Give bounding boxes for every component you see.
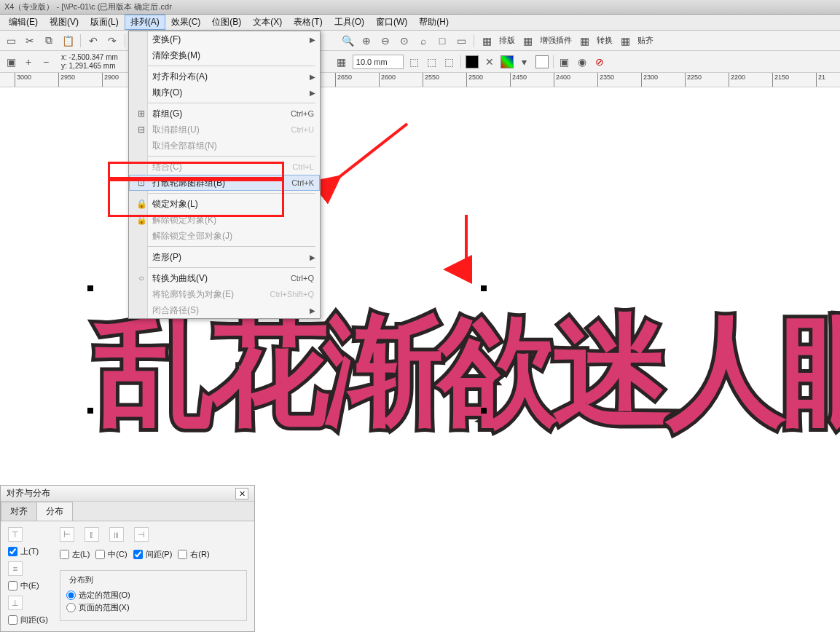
menu-7[interactable]: 表格(T) xyxy=(288,15,328,30)
zoom-all-icon[interactable]: □ xyxy=(436,34,449,47)
nosign-icon[interactable]: ⊘ xyxy=(593,55,606,68)
menu-item[interactable]: 🔒锁定对象(L) xyxy=(129,196,320,212)
plugin-label[interactable]: 增强插件 xyxy=(540,35,572,46)
tab-distribute[interactable]: 分布 xyxy=(36,502,73,521)
arrange-menu-dropdown: 变换(F)▶清除变换(M)对齐和分布(A)▶顺序(O)▶⊞群组(G)Ctrl+G… xyxy=(128,31,321,319)
menu-item[interactable]: 变换(F)▶ xyxy=(129,31,320,47)
dist-vspace-check[interactable] xyxy=(8,615,17,625)
dist-left-check[interactable] xyxy=(60,550,69,559)
dist-vmid-check[interactable] xyxy=(8,581,17,590)
menu-10[interactable]: 帮助(H) xyxy=(413,15,455,30)
canvas[interactable]: 乱花渐欲迷人眼 xyxy=(0,87,840,510)
menu-2[interactable]: 版面(L) xyxy=(85,15,125,30)
dist-vmid-icon[interactable]: ≡ xyxy=(8,561,23,576)
nudge-input[interactable]: 10.0 mm xyxy=(353,55,404,69)
anchor-icon[interactable]: ▣ xyxy=(4,55,17,68)
dist-hspace-check[interactable] xyxy=(133,550,143,559)
outline-swatch[interactable] xyxy=(535,55,549,68)
menu-1[interactable]: 视图(V) xyxy=(44,15,85,30)
minus-icon[interactable]: − xyxy=(39,55,52,68)
dist-top-icon[interactable]: ⊤ xyxy=(8,527,23,542)
zoom-out-icon[interactable]: ⊖ xyxy=(379,34,392,47)
dup-z-icon[interactable]: ⬚ xyxy=(443,55,456,68)
pan-icon[interactable]: ▭ xyxy=(455,34,468,47)
convert-label[interactable]: 转换 xyxy=(597,35,613,46)
menu-item: ⊟取消群组(U)Ctrl+U xyxy=(129,122,320,138)
layout-label[interactable]: 排版 xyxy=(499,35,515,46)
zoom-page-icon[interactable]: ⊙ xyxy=(398,34,411,47)
open-icon[interactable]: ✂ xyxy=(23,34,36,47)
menu-item[interactable]: ○转换为曲线(V)Ctrl+Q xyxy=(129,270,320,286)
zoom-in-icon[interactable]: 🔍 xyxy=(341,34,354,47)
menu-5[interactable]: 位图(B) xyxy=(206,15,247,30)
window-title: X4（专业版） - [\\Pc-01\c (已用版本 确定后.cdr xyxy=(4,1,172,12)
new-icon[interactable]: ▭ xyxy=(4,34,17,47)
menu-6[interactable]: 文本(X) xyxy=(247,15,288,30)
distribute-to-fieldset: 分布到 选定的范围(O) 页面的范围(X) xyxy=(60,570,247,621)
undo-icon[interactable]: ↶ xyxy=(87,34,100,47)
menu-item[interactable]: 顺序(O)▶ xyxy=(129,84,320,100)
coord-x: x: -2,500.347 mm xyxy=(61,53,118,62)
paste-icon[interactable]: 📋 xyxy=(61,34,74,47)
copy-icon[interactable]: ⧉ xyxy=(42,34,55,47)
convert-icon[interactable]: ▦ xyxy=(578,34,591,47)
dist-hmid-check[interactable] xyxy=(95,550,105,559)
layout-icon[interactable]: ▦ xyxy=(480,34,493,47)
unit-icon[interactable]: ▦ xyxy=(335,55,348,68)
dup-y-icon[interactable]: ⬚ xyxy=(425,55,439,68)
selection-handle[interactable] xyxy=(481,408,487,414)
dist-vspace-icon[interactable]: ⊥ xyxy=(8,596,23,610)
menu-item[interactable]: 造形(P)▶ xyxy=(129,249,320,265)
menu-4[interactable]: 效果(C) xyxy=(165,15,207,30)
menu-item: 解除锁定全部对象(J) xyxy=(129,228,320,244)
gradient-swatch[interactable] xyxy=(501,55,514,68)
menu-item: 将轮廓转换为对象(E)Ctrl+Shift+Q xyxy=(129,286,320,302)
snap-icon[interactable]: ▦ xyxy=(619,34,632,47)
close-button[interactable]: ✕ xyxy=(235,488,248,499)
menu-item[interactable]: ⊡打散轮廓图群组(B)Ctrl+K xyxy=(129,175,320,191)
dist-right-icon[interactable]: ⊣ xyxy=(134,527,149,542)
dist-right-check[interactable] xyxy=(178,550,187,559)
tab-align[interactable]: 对齐 xyxy=(1,502,37,521)
coord-y: y: 1,291.465 mm xyxy=(61,62,118,71)
menu-item[interactable]: 对齐和分布(A)▶ xyxy=(129,68,320,84)
plugin-icon[interactable]: ▦ xyxy=(521,34,534,47)
dist-hspace-icon[interactable]: ⫼ xyxy=(109,527,124,542)
menu-item: 闭合路径(S)▶ xyxy=(129,302,320,318)
menu-9[interactable]: 窗口(W) xyxy=(370,15,413,30)
fill-x-icon[interactable]: ✕ xyxy=(483,55,496,68)
redo-icon[interactable]: ↷ xyxy=(106,34,119,47)
effect2-icon[interactable]: ◉ xyxy=(576,55,589,68)
vertical-distribute-column: ⊤ 上(T) ≡ 中(E) ⊥ 间距(G) xyxy=(8,527,48,625)
selection-handle[interactable] xyxy=(481,285,487,291)
dup-x-icon[interactable]: ⬚ xyxy=(408,55,421,68)
coordinates: x: -2,500.347 mm y: 1,291.465 mm xyxy=(57,53,122,71)
zoom-fit-icon[interactable]: ⊕ xyxy=(360,34,373,47)
selection-handle[interactable] xyxy=(87,408,93,414)
radio-selection-range[interactable] xyxy=(66,590,76,600)
annotation-arrow xyxy=(313,116,415,207)
fill-swatch[interactable] xyxy=(466,55,479,68)
plus-icon[interactable]: + xyxy=(22,55,35,68)
radio-page-range[interactable] xyxy=(66,603,76,612)
zoom-sel-icon[interactable]: ⌕ xyxy=(417,34,430,47)
menubar: 编辑(E)视图(V)版面(L)排列(A)效果(C)位图(B)文本(X)表格(T)… xyxy=(0,15,840,31)
menu-item[interactable]: ⊞群组(G)Ctrl+G xyxy=(129,106,320,122)
menu-0[interactable]: 编辑(E) xyxy=(3,15,44,30)
menu-3[interactable]: 排列(A) xyxy=(125,15,165,30)
menu-item: 结合(C)Ctrl+L xyxy=(129,159,320,175)
menu-item[interactable]: 清除变换(M) xyxy=(129,47,320,63)
menu-item: 🔓解除锁定对象(K) xyxy=(129,212,320,228)
selection-handle[interactable] xyxy=(87,285,93,291)
dist-top-check[interactable] xyxy=(8,547,17,556)
menu-8[interactable]: 工具(O) xyxy=(329,15,370,30)
standard-toolbar: ▭ ✂ ⧉ 📋 ↶ ↷ 🔍 ⊕ ⊖ ⊙ ⌕ □ ▭ ▦ 排版 ▦ 增强插件 ▦ … xyxy=(0,31,840,51)
effect1-icon[interactable]: ▣ xyxy=(558,55,571,68)
dialog-title: 对齐与分布 xyxy=(7,487,50,499)
dropdown-icon[interactable]: ▾ xyxy=(518,55,531,68)
dist-left-icon[interactable]: ⊢ xyxy=(60,527,74,542)
dist-hmid-icon[interactable]: ⫿ xyxy=(85,527,99,542)
menu-item: 取消全部群组(N) xyxy=(129,138,320,154)
snap-label[interactable]: 贴齐 xyxy=(637,35,653,46)
horizontal-ruler: 3000295029002650260025502500245024002350… xyxy=(0,73,840,87)
